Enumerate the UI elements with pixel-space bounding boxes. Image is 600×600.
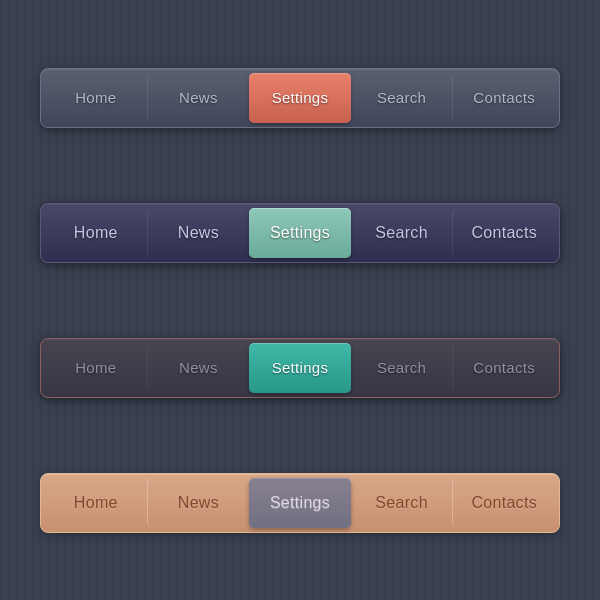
nav-settings-3[interactable]: Settings [249, 343, 351, 393]
nav-news-4[interactable]: News [147, 478, 250, 528]
nav-settings-4[interactable]: Settings [249, 478, 351, 528]
nav-contacts-4[interactable]: Contacts [452, 478, 555, 528]
nav-search-1[interactable]: Search [351, 73, 453, 123]
nav-contacts-3[interactable]: Contacts [452, 343, 555, 393]
nav-news-1[interactable]: News [147, 73, 250, 123]
nav-home-1[interactable]: Home [45, 73, 147, 123]
navbar-2: Home News Settings Search Contacts [40, 203, 560, 263]
navbar-1: Home News Settings Search Contacts [40, 68, 560, 128]
nav-home-3[interactable]: Home [45, 343, 147, 393]
nav-contacts-2[interactable]: Contacts [452, 208, 555, 258]
nav-home-4[interactable]: Home [45, 478, 147, 528]
nav-settings-2[interactable]: Settings [249, 208, 351, 258]
navbar-3: Home News Settings Search Contacts [40, 338, 560, 398]
nav-settings-1[interactable]: Settings [249, 73, 351, 123]
nav-contacts-1[interactable]: Contacts [452, 73, 555, 123]
nav-search-2[interactable]: Search [351, 208, 453, 258]
nav-search-4[interactable]: Search [351, 478, 453, 528]
navbar-4: Home News Settings Search Contacts [40, 473, 560, 533]
nav-home-2[interactable]: Home [45, 208, 147, 258]
nav-news-3[interactable]: News [147, 343, 250, 393]
nav-news-2[interactable]: News [147, 208, 250, 258]
nav-search-3[interactable]: Search [351, 343, 453, 393]
